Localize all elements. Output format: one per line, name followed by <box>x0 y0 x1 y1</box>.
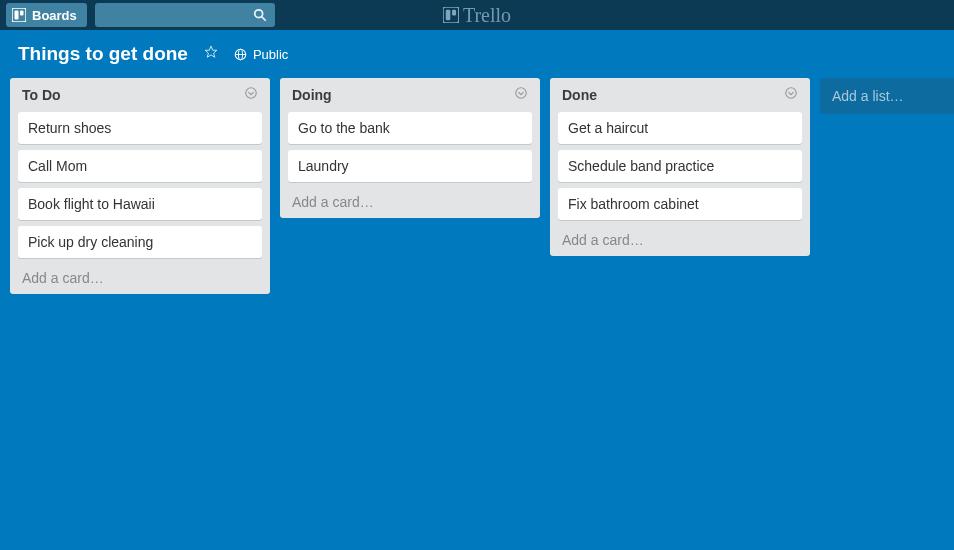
add-card-button[interactable]: Add a card… <box>558 226 802 250</box>
dropdown-icon <box>784 86 798 100</box>
star-icon <box>204 45 218 59</box>
list-header: To Do <box>18 86 262 106</box>
card[interactable]: Schedule band practice <box>558 150 802 182</box>
add-card-button[interactable]: Add a card… <box>18 264 262 288</box>
list-menu-button[interactable] <box>784 86 798 104</box>
search-input[interactable] <box>95 3 275 27</box>
dropdown-icon <box>514 86 528 100</box>
boards-icon <box>12 8 26 22</box>
list-header: Done <box>558 86 802 106</box>
list-title[interactable]: To Do <box>22 87 61 103</box>
card[interactable]: Go to the bank <box>288 112 532 144</box>
list-menu-button[interactable] <box>244 86 258 104</box>
list-title[interactable]: Doing <box>292 87 332 103</box>
brand-name: Trello <box>463 4 511 27</box>
list-title[interactable]: Done <box>562 87 597 103</box>
svg-rect-5 <box>443 7 459 23</box>
board-canvas: To Do Return shoes Call Mom Book flight … <box>0 78 954 294</box>
card[interactable]: Book flight to Hawaii <box>18 188 262 220</box>
svg-point-13 <box>516 88 527 99</box>
svg-point-12 <box>246 88 257 99</box>
boards-button[interactable]: Boards <box>6 3 87 27</box>
list-to-do: To Do Return shoes Call Mom Book flight … <box>10 78 270 294</box>
visibility-label: Public <box>253 47 288 62</box>
svg-marker-8 <box>205 46 217 57</box>
topbar: Boards Trello <box>0 0 954 30</box>
dropdown-icon <box>244 86 258 100</box>
search-icon <box>253 8 267 22</box>
list-menu-button[interactable] <box>514 86 528 104</box>
card[interactable]: Fix bathroom cabinet <box>558 188 802 220</box>
card[interactable]: Get a haircut <box>558 112 802 144</box>
card[interactable]: Laundry <box>288 150 532 182</box>
add-list-button[interactable]: Add a list… <box>820 78 954 114</box>
board-title: Things to get done <box>18 43 188 65</box>
svg-rect-1 <box>15 11 19 20</box>
svg-rect-6 <box>446 10 451 20</box>
svg-point-14 <box>786 88 797 99</box>
list-doing: Doing Go to the bank Laundry Add a card… <box>280 78 540 218</box>
add-card-button[interactable]: Add a card… <box>288 188 532 212</box>
card[interactable]: Return shoes <box>18 112 262 144</box>
list-done: Done Get a haircut Schedule band practic… <box>550 78 810 256</box>
card[interactable]: Pick up dry cleaning <box>18 226 262 258</box>
svg-line-4 <box>262 17 266 21</box>
boards-button-label: Boards <box>32 8 77 23</box>
list-header: Doing <box>288 86 532 106</box>
star-button[interactable] <box>204 45 218 63</box>
svg-rect-2 <box>20 11 24 16</box>
brand-logo: Trello <box>443 0 511 30</box>
svg-rect-7 <box>452 10 456 16</box>
visibility-button[interactable]: Public <box>234 47 288 62</box>
card[interactable]: Call Mom <box>18 150 262 182</box>
trello-icon <box>443 7 459 23</box>
globe-icon <box>234 48 247 61</box>
svg-rect-0 <box>12 8 26 22</box>
board-header: Things to get done Public <box>0 30 954 78</box>
